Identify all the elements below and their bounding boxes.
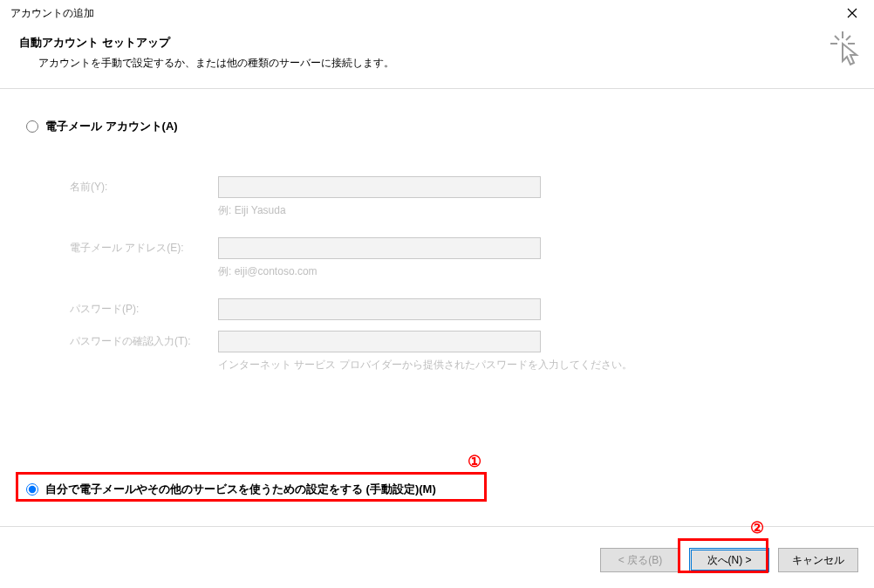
name-field <box>218 176 541 198</box>
annotation-marker-1: ① <box>468 452 481 471</box>
footer-divider <box>0 526 874 527</box>
wizard-header: 自動アカウント セットアップ アカウントを手動で設定するか、または他の種類のサー… <box>0 26 874 88</box>
annotation-marker-2: ② <box>750 518 764 537</box>
email-label: 電子メール アドレス(E): <box>70 241 218 256</box>
email-field <box>218 237 541 259</box>
next-button[interactable]: 次へ(N) > <box>689 548 769 572</box>
header-title: 自動アカウント セットアップ <box>19 35 855 51</box>
radio-manual-setup-label: 自分で電子メールやその他のサービスを使うための設定をする (手動設定)(M) <box>45 482 436 497</box>
svg-line-3 <box>835 36 839 40</box>
window-title: アカウントの追加 <box>10 6 94 21</box>
radio-manual-setup[interactable]: 自分で電子メールやその他のサービスを使うための設定をする (手動設定)(M) <box>26 482 436 497</box>
content-area: 電子メール アカウント(A) 名前(Y): 例: Eiji Yasuda 電子メ… <box>0 89 874 390</box>
password-confirm-field <box>218 331 541 352</box>
row-name: 名前(Y): <box>70 176 848 198</box>
row-password-confirm: パスワードの確認入力(T): <box>70 331 848 352</box>
name-label: 名前(Y): <box>70 180 218 195</box>
email-hint: 例: eiji@contoso.com <box>218 264 848 279</box>
password-field <box>218 298 541 320</box>
radio-manual-setup-input[interactable] <box>26 483 38 496</box>
name-hint: 例: Eiji Yasuda <box>218 203 848 218</box>
svg-line-4 <box>846 36 850 40</box>
close-icon[interactable] <box>839 0 865 26</box>
radio-email-account-label: 電子メール アカウント(A) <box>45 119 178 134</box>
row-password: パスワード(P): <box>70 298 848 320</box>
wizard-cursor-icon <box>830 31 862 69</box>
back-button: < 戻る(B) <box>600 548 680 572</box>
password-hint: インターネット サービス プロバイダーから提供されたパスワードを入力してください… <box>218 358 848 373</box>
cancel-button[interactable]: キャンセル <box>778 548 858 572</box>
radio-email-account[interactable]: 電子メール アカウント(A) <box>26 119 848 134</box>
form-block: 名前(Y): 例: Eiji Yasuda 電子メール アドレス(E): 例: … <box>26 143 848 373</box>
password-confirm-label: パスワードの確認入力(T): <box>70 334 218 349</box>
radio-email-account-input[interactable] <box>26 120 38 133</box>
titlebar: アカウントの追加 <box>0 0 874 26</box>
row-email: 電子メール アドレス(E): <box>70 237 848 259</box>
header-subtitle: アカウントを手動で設定するか、または他の種類のサーバーに接続します。 <box>19 56 855 71</box>
password-label: パスワード(P): <box>70 302 218 317</box>
button-bar: < 戻る(B) 次へ(N) > キャンセル <box>600 548 858 572</box>
